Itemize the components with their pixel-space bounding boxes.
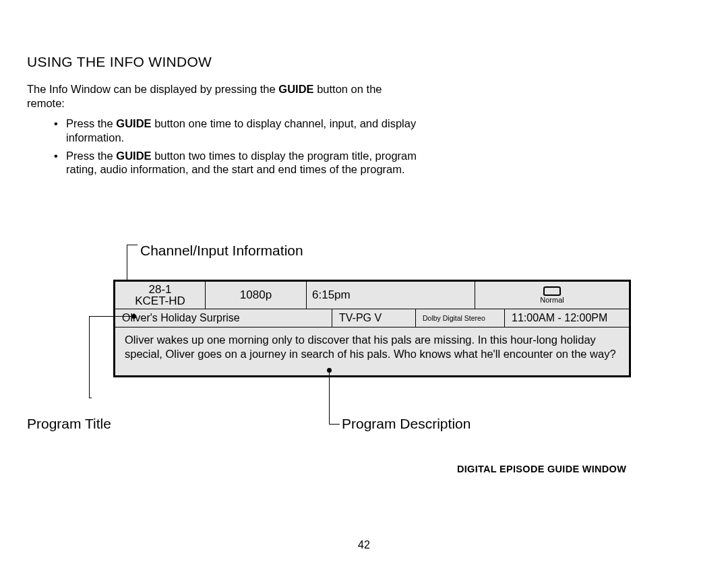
program-title-cell: Oliver's Holiday Surprise (115, 309, 332, 327)
figure-caption: DIGITAL EPISODE GUIDE WINDOW (457, 464, 626, 474)
channel-cell: 28-1 KCET-HD (115, 282, 206, 309)
leader-line (329, 424, 340, 425)
leader-dot-icon (131, 314, 136, 319)
info-row-program: Oliver's Holiday Surprise TV-PG V Dolby … (115, 309, 629, 327)
bullet-icon: • (54, 149, 66, 177)
bullet-text-a: Press the (66, 150, 116, 162)
bullet-icon: • (54, 117, 66, 144)
bullet-list: • Press the GUIDE button one time to dis… (54, 117, 418, 177)
bullet-text-a: Press the (66, 117, 116, 129)
leader-line (89, 398, 92, 398)
channel-name: KCET-HD (135, 295, 185, 307)
leader-line (127, 245, 138, 245)
info-window: 28-1 KCET-HD 1080p 6:15pm Normal Oliver'… (113, 280, 631, 377)
page-number: 42 (0, 539, 728, 551)
clock-cell: 6:15pm (307, 282, 475, 309)
list-item: • Press the GUIDE button one time to dis… (54, 117, 418, 144)
info-row-channel: 28-1 KCET-HD 1080p 6:15pm Normal (115, 282, 629, 309)
leader-dot-icon (327, 368, 332, 373)
aspect-icon (543, 286, 561, 296)
leader-line (329, 370, 330, 424)
intro-text-a: The Info Window can be displayed by pres… (27, 83, 278, 95)
bullet-text-bold: GUIDE (116, 117, 151, 129)
intro-text-bold: GUIDE (278, 83, 313, 95)
aspect-cell: Normal (475, 282, 629, 309)
aspect-label: Normal (540, 296, 564, 304)
callout-program-description: Program Description (342, 416, 471, 432)
section-heading: USING THE INFO WINDOW (27, 54, 701, 70)
audio-cell: Dolby Digital Stereo (416, 309, 505, 327)
resolution-cell: 1080p (206, 282, 307, 309)
bullet-text-bold: GUIDE (116, 150, 151, 162)
leader-line (89, 316, 133, 317)
leader-line (89, 316, 90, 398)
list-item: • Press the GUIDE button two times to di… (54, 149, 418, 177)
callout-channel-info: Channel/Input Information (140, 243, 303, 259)
intro-paragraph: The Info Window can be displayed by pres… (27, 82, 404, 110)
times-cell: 11:00AM - 12:00PM (505, 309, 629, 327)
callout-program-title: Program Title (27, 416, 111, 432)
program-description-cell: Oliver wakes up one morning only to disc… (115, 327, 629, 375)
rating-cell: TV-PG V (332, 309, 416, 327)
channel-number: 28-1 (148, 284, 171, 295)
